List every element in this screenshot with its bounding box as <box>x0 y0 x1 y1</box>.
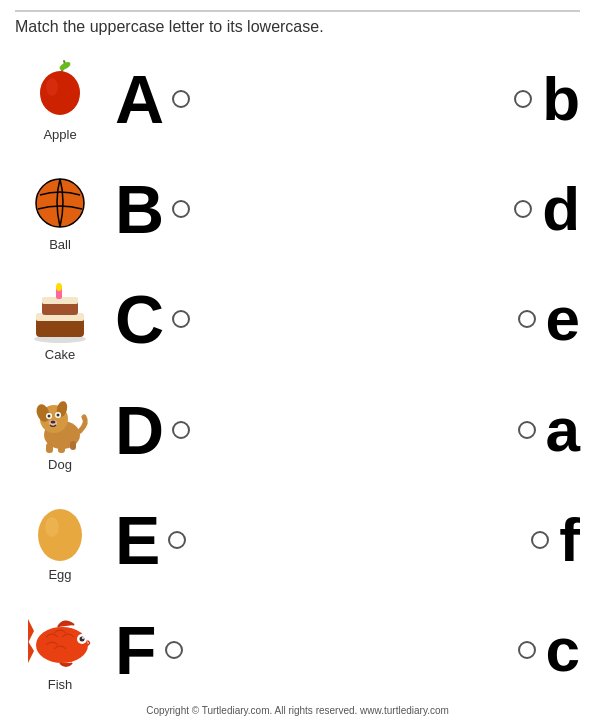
uppercase-letter-ball: B <box>115 175 164 243</box>
svg-rect-23 <box>58 443 65 453</box>
radio-right-ball[interactable] <box>514 200 532 218</box>
svg-point-19 <box>57 414 60 417</box>
lowercase-letter-apple: b <box>542 68 580 130</box>
lowercase-letter-cake: e <box>546 288 580 350</box>
title-bar: Match the uppercase letter to its lowerc… <box>15 10 580 36</box>
svg-point-26 <box>38 509 82 561</box>
rows-area: Apple A b Ball B <box>15 44 580 705</box>
svg-point-1 <box>40 71 80 115</box>
page: Match the uppercase letter to its lowerc… <box>0 0 595 725</box>
radio-left-egg[interactable] <box>168 531 186 549</box>
radio-left-fish[interactable] <box>165 641 183 659</box>
image-col-cake: Cake <box>15 277 105 362</box>
image-col-apple: Apple <box>15 57 105 142</box>
label-cake: Cake <box>45 347 75 362</box>
radio-left-cake[interactable] <box>172 310 190 328</box>
svg-point-25 <box>37 438 43 444</box>
svg-marker-28 <box>28 619 34 643</box>
svg-point-21 <box>51 421 56 424</box>
row-cake: Cake C e <box>15 269 580 369</box>
lowercase-col-ball: d <box>470 178 580 240</box>
lowercase-col-egg: f <box>470 509 580 571</box>
lowercase-letter-egg: f <box>559 509 580 571</box>
uppercase-col-cake: C <box>115 285 245 353</box>
row-fish: Fish F c <box>15 600 580 700</box>
radio-left-apple[interactable] <box>172 90 190 108</box>
uppercase-letter-dog: D <box>115 396 164 464</box>
image-fish <box>26 607 94 675</box>
radio-right-fish[interactable] <box>518 641 536 659</box>
label-apple: Apple <box>43 127 76 142</box>
label-fish: Fish <box>48 677 73 692</box>
svg-point-33 <box>82 637 84 639</box>
uppercase-letter-fish: F <box>115 616 157 684</box>
uppercase-col-apple: A <box>115 65 245 133</box>
image-egg <box>26 497 94 565</box>
lowercase-col-cake: e <box>470 288 580 350</box>
label-dog: Dog <box>48 457 72 472</box>
lowercase-col-apple: b <box>470 68 580 130</box>
uppercase-col-egg: E <box>115 506 245 574</box>
image-apple <box>26 57 94 125</box>
svg-point-32 <box>80 637 85 642</box>
lowercase-col-dog: a <box>470 399 580 461</box>
svg-point-27 <box>45 517 59 537</box>
uppercase-col-fish: F <box>115 616 245 684</box>
radio-right-apple[interactable] <box>514 90 532 108</box>
image-col-egg: Egg <box>15 497 105 582</box>
radio-right-dog[interactable] <box>518 421 536 439</box>
row-dog: Dog D a <box>15 380 580 480</box>
row-egg: Egg E f <box>15 490 580 590</box>
lowercase-letter-ball: d <box>542 178 580 240</box>
svg-point-2 <box>46 78 58 96</box>
uppercase-letter-cake: C <box>115 285 164 353</box>
uppercase-col-ball: B <box>115 175 245 243</box>
uppercase-col-dog: D <box>115 396 245 464</box>
image-col-fish: Fish <box>15 607 105 692</box>
label-egg: Egg <box>48 567 71 582</box>
image-cake <box>26 277 94 345</box>
radio-right-egg[interactable] <box>531 531 549 549</box>
uppercase-letter-apple: A <box>115 65 164 133</box>
radio-left-dog[interactable] <box>172 421 190 439</box>
svg-rect-24 <box>70 441 76 450</box>
image-dog <box>26 387 94 455</box>
uppercase-letter-egg: E <box>115 506 160 574</box>
footer: Copyright © Turtlediary.com. All rights … <box>15 705 580 720</box>
lowercase-col-fish: c <box>470 619 580 681</box>
row-apple: Apple A b <box>15 49 580 149</box>
svg-marker-29 <box>28 641 34 663</box>
svg-rect-22 <box>46 443 53 453</box>
row-ball: Ball B d <box>15 159 580 259</box>
label-ball: Ball <box>49 237 71 252</box>
radio-left-ball[interactable] <box>172 200 190 218</box>
radio-right-cake[interactable] <box>518 310 536 328</box>
page-title: Match the uppercase letter to its lowerc… <box>15 18 324 35</box>
image-col-ball: Ball <box>15 167 105 252</box>
svg-point-11 <box>56 283 62 291</box>
image-ball <box>26 167 94 235</box>
svg-point-30 <box>36 627 88 663</box>
image-col-dog: Dog <box>15 387 105 472</box>
svg-point-17 <box>48 415 51 418</box>
lowercase-letter-dog: a <box>546 399 580 461</box>
lowercase-letter-fish: c <box>546 619 580 681</box>
